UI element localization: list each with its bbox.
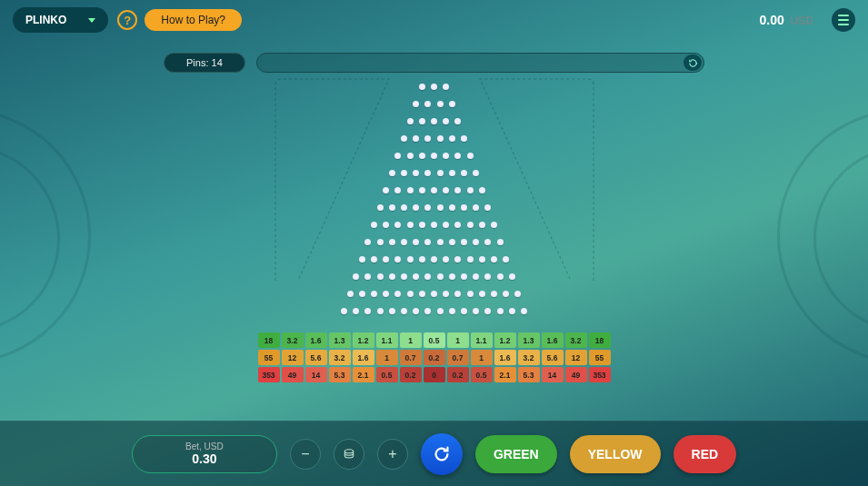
help-icon[interactable]: ? bbox=[117, 10, 137, 30]
pin bbox=[419, 187, 425, 193]
bet-green-button[interactable]: GREEN bbox=[475, 435, 557, 473]
slot-red: 0 bbox=[424, 367, 445, 382]
slot-green: 1.1 bbox=[471, 332, 493, 348]
history-button[interactable] bbox=[683, 55, 702, 71]
howto-button[interactable]: How to Play? bbox=[145, 9, 242, 31]
pin bbox=[364, 239, 371, 245]
decor-circle-right bbox=[777, 109, 868, 363]
history-bar bbox=[256, 53, 704, 73]
slots: 183.21.61.31.21.110.511.11.21.31.63.2185… bbox=[258, 332, 611, 382]
pin bbox=[503, 291, 509, 297]
slot-yellow: 55 bbox=[258, 350, 280, 365]
pin bbox=[461, 170, 467, 176]
slot-green: 1.2 bbox=[494, 332, 516, 348]
slot-yellow: 55 bbox=[589, 350, 611, 365]
bet-yellow-label: YELLOW bbox=[588, 447, 643, 461]
pin bbox=[454, 118, 461, 124]
pin bbox=[341, 308, 347, 314]
pin bbox=[389, 273, 395, 280]
pin bbox=[401, 135, 407, 142]
slot-yellow: 1.6 bbox=[494, 350, 516, 365]
pin bbox=[424, 273, 431, 280]
pins-selector[interactable]: Pins: 14 bbox=[164, 53, 245, 73]
pin bbox=[419, 291, 425, 297]
slot-green: 1.2 bbox=[353, 332, 374, 348]
bet-amount-box[interactable]: Bet, USD 0.30 bbox=[132, 435, 277, 473]
pin bbox=[479, 291, 485, 297]
pin bbox=[443, 84, 449, 90]
pin bbox=[467, 153, 474, 159]
menu-button[interactable] bbox=[832, 8, 855, 32]
slot-red: 353 bbox=[258, 367, 280, 382]
pin bbox=[407, 291, 414, 297]
pin bbox=[437, 273, 444, 280]
pin bbox=[424, 135, 431, 142]
game-select-label: PLINKO bbox=[25, 14, 66, 26]
slot-green: 1.3 bbox=[329, 332, 351, 348]
pin bbox=[419, 84, 425, 90]
pin bbox=[383, 291, 389, 297]
balance-value: 0.00 bbox=[760, 13, 784, 27]
pin bbox=[389, 239, 395, 245]
slot-red: 5.3 bbox=[329, 367, 351, 382]
game-select-dropdown[interactable]: PLINKO bbox=[13, 7, 108, 33]
slot-yellow: 3.2 bbox=[329, 350, 351, 365]
pin bbox=[473, 204, 479, 211]
balance-display: 0.00 USD bbox=[760, 13, 813, 27]
pins-label: Pins: 14 bbox=[186, 57, 223, 68]
slot-yellow: 1.6 bbox=[353, 350, 374, 365]
pin bbox=[449, 273, 455, 280]
pin bbox=[394, 291, 401, 297]
pin bbox=[473, 308, 479, 314]
pin bbox=[364, 273, 371, 280]
pin bbox=[437, 101, 444, 107]
bet-preset-button[interactable] bbox=[334, 439, 364, 470]
slot-green: 1.1 bbox=[376, 332, 398, 348]
pin bbox=[454, 187, 461, 193]
pin bbox=[509, 273, 515, 280]
slot-red: 49 bbox=[565, 367, 587, 382]
pin bbox=[377, 239, 384, 245]
pin bbox=[394, 256, 401, 263]
status-row: Pins: 14 bbox=[0, 40, 868, 73]
plinko-board: 183.21.61.31.21.110.511.11.21.31.63.2185… bbox=[253, 74, 616, 382]
pin bbox=[431, 222, 437, 228]
pin bbox=[461, 204, 467, 211]
play-button[interactable] bbox=[421, 433, 463, 475]
balance-currency: USD bbox=[791, 15, 813, 27]
pin bbox=[401, 170, 407, 176]
pin bbox=[407, 222, 414, 228]
slot-green: 3.2 bbox=[282, 332, 304, 348]
pin bbox=[413, 101, 419, 107]
pin bbox=[443, 118, 449, 124]
pin bbox=[394, 187, 401, 193]
pin bbox=[383, 222, 389, 228]
pin bbox=[389, 170, 395, 176]
slot-red: 14 bbox=[305, 367, 327, 382]
pin bbox=[454, 222, 461, 228]
slot-row-green: 183.21.61.31.21.110.511.11.21.31.63.218 bbox=[258, 332, 611, 348]
pin bbox=[437, 308, 444, 314]
pin bbox=[424, 101, 431, 107]
pin bbox=[424, 239, 431, 245]
bet-increase-button[interactable]: + bbox=[377, 439, 408, 470]
slot-yellow: 0.2 bbox=[424, 350, 445, 365]
pin bbox=[377, 308, 384, 314]
pin bbox=[419, 222, 425, 228]
pin bbox=[431, 256, 437, 263]
pin bbox=[419, 153, 425, 159]
decor-circle-left bbox=[0, 109, 91, 363]
bet-red-button[interactable]: RED bbox=[673, 435, 737, 473]
pin bbox=[359, 291, 365, 297]
bet-yellow-button[interactable]: YELLOW bbox=[570, 435, 661, 473]
pin bbox=[473, 273, 479, 280]
pin bbox=[371, 222, 377, 228]
bet-decrease-button[interactable]: − bbox=[290, 439, 321, 470]
pin bbox=[407, 118, 414, 124]
slot-yellow: 12 bbox=[565, 350, 587, 365]
pin bbox=[491, 256, 497, 263]
slot-green: 1 bbox=[400, 332, 422, 348]
slot-yellow: 1 bbox=[471, 350, 493, 365]
pin bbox=[484, 273, 491, 280]
pin bbox=[407, 187, 414, 193]
